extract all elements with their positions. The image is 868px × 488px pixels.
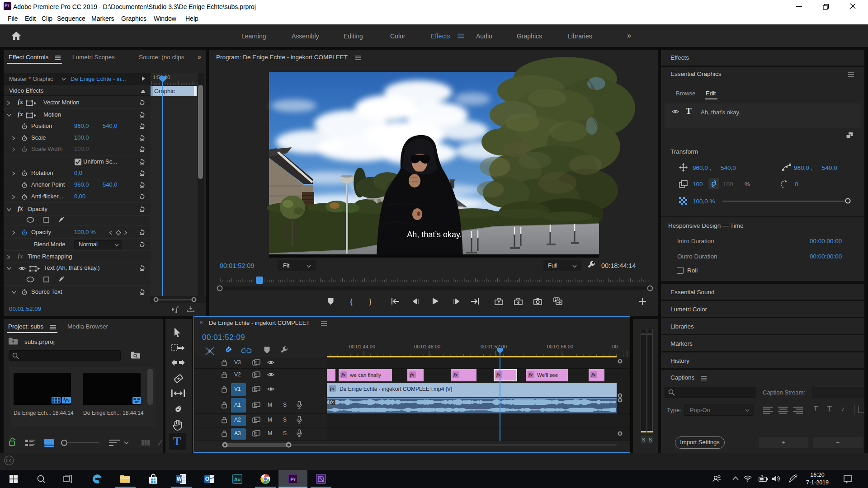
svg-text:Ah, that’s okay.: Ah, that’s okay. <box>407 230 462 239</box>
svg-text:Au: Au <box>234 477 241 482</box>
svg-text:W: W <box>177 476 182 482</box>
svg-text:O: O <box>205 476 209 482</box>
svg-text:Pr: Pr <box>290 477 296 482</box>
